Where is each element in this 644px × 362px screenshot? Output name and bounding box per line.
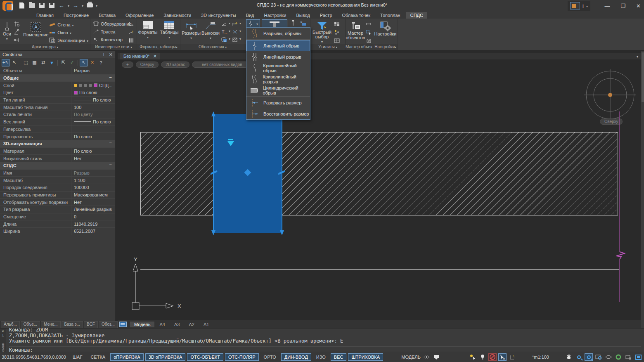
text-sp-dropdown-icon[interactable] xyxy=(229,28,230,35)
bulb-icon[interactable] xyxy=(478,353,487,361)
weld-note-icon[interactable]: ✕ xyxy=(299,19,307,27)
menu-item-curved-cutoff[interactable]: Криволинейный обрыв xyxy=(246,62,310,73)
window-dropdown-icon[interactable] xyxy=(70,30,71,35)
prop-value-objects[interactable]: Разрыв xyxy=(71,67,115,74)
symbols-expand-icon[interactable] xyxy=(225,45,227,49)
prop-value-length[interactable]: 11040.2919 xyxy=(71,220,115,227)
toggle-ortho[interactable]: ОРТО xyxy=(260,353,279,361)
prop-value-scale[interactable]: 1:100 xyxy=(71,177,115,184)
menu-item-linear-cutoff[interactable]: Линейный обрыв xyxy=(246,40,310,51)
profile-icon[interactable] xyxy=(365,37,373,44)
prop-value-order[interactable]: 100000 xyxy=(71,184,115,191)
window-button[interactable]: Окно xyxy=(48,28,89,36)
menu-item-cylindrical-cutoff[interactable]: Цилиндрический обрыв xyxy=(246,85,310,96)
viewport-add-button[interactable]: + xyxy=(122,62,133,68)
pick-object-icon[interactable] xyxy=(365,28,373,36)
section-spds[interactable]: СПДС xyxy=(0,162,115,170)
toggle-3d-osnap[interactable]: 3D оПРИВЯЗКА xyxy=(145,353,186,361)
formats-expand-icon[interactable] xyxy=(176,45,178,49)
settings-button[interactable]: Настройки xyxy=(374,19,397,44)
zoom-window-icon[interactable] xyxy=(585,353,593,361)
layer-lock-icon[interactable] xyxy=(84,84,87,87)
toggle-iso[interactable]: ИЗО xyxy=(313,353,329,361)
section-mark-icon[interactable] xyxy=(231,28,239,35)
group-objects-icon[interactable] xyxy=(333,20,341,28)
toggle-snap[interactable]: ШАГ xyxy=(69,353,85,361)
info-button[interactable]: i xyxy=(582,3,584,9)
prop-value-linetype[interactable]: По слою xyxy=(71,97,115,104)
command-window[interactable]: ✕ ⊥ Коман Команда: ZOOM Z,ZOOM,ПО,ПОКАЗА… xyxy=(0,328,644,352)
orbit-icon[interactable] xyxy=(604,353,613,361)
table-insert-icon[interactable] xyxy=(333,37,341,44)
section-general[interactable]: Общие xyxy=(0,75,115,82)
document-tab[interactable]: Без имени0*✕ xyxy=(120,53,160,59)
axes-button[interactable]: Оси xyxy=(2,19,12,44)
tab-glavnaya[interactable]: Главная xyxy=(32,12,58,19)
toggle-dynamic-input[interactable]: ДИН-ВВОД xyxy=(281,353,311,361)
wall-dropdown-icon[interactable] xyxy=(72,22,74,27)
collapse-icon[interactable] xyxy=(109,75,112,82)
toggle-osnap[interactable]: оПРИВЯЗКА xyxy=(110,353,144,361)
menu-item-restore-dimension[interactable]: Восстановить размер xyxy=(246,108,310,119)
angle-mark-dropdown-icon[interactable] xyxy=(229,20,230,28)
tab-topoplan[interactable]: Топоплан xyxy=(376,12,405,19)
select-cursor-icon[interactable]: ↖ xyxy=(10,59,18,66)
tables-dropdown-icon[interactable] xyxy=(168,35,170,40)
toggle-otrack-polar[interactable]: ОТС-ПОЛЯР xyxy=(225,353,259,361)
toggle-hatch[interactable]: ШТРИХОВКА xyxy=(348,353,383,361)
view-label-icon[interactable]: A xyxy=(220,36,228,43)
filter-icon[interactable]: ▼ xyxy=(48,59,56,66)
tab-spds[interactable]: СПДС xyxy=(406,12,427,19)
pin-icon[interactable]: ⊥ xyxy=(102,52,106,57)
menu-item-linear-break[interactable]: Линейный разрыв xyxy=(246,51,310,62)
prop-value-overlap[interactable]: Маскированием xyxy=(71,192,115,199)
pan-hand-icon[interactable] xyxy=(565,353,573,361)
select-append-icon[interactable]: +↖ xyxy=(2,59,9,66)
magenta-break-line[interactable] xyxy=(615,111,625,302)
layer-freeze-icon[interactable] xyxy=(79,84,82,87)
object-master-button[interactable]: Мастер объектов xyxy=(346,19,365,44)
tab-postroenie[interactable]: Построение xyxy=(59,12,93,19)
tab-vyvod[interactable]: Вывод xyxy=(292,12,314,19)
prop-value-layer[interactable]: СПД... xyxy=(71,82,115,89)
networks-expand-icon[interactable] xyxy=(130,45,132,49)
dimensions-button[interactable]: Размеры xyxy=(181,19,201,44)
vertical-scrollbar[interactable] xyxy=(641,51,644,328)
break-tool-icon[interactable] xyxy=(246,20,255,27)
collapse-icon[interactable] xyxy=(109,162,112,169)
prop-value-transparency[interactable]: По слою xyxy=(71,133,115,140)
view-direction-button[interactable]: Сверху xyxy=(136,62,159,68)
command-close-icon[interactable]: ✕ xyxy=(2,329,4,333)
prop-value-hyperlink[interactable] xyxy=(71,126,115,133)
document-close-icon[interactable]: ✕ xyxy=(153,54,157,59)
tab-oblaka-tochek[interactable]: Облака точек xyxy=(338,12,375,19)
wall-button[interactable]: Стена xyxy=(48,21,89,28)
layer-on-icon[interactable] xyxy=(74,84,77,87)
tab-vstavka[interactable]: Вставка xyxy=(95,12,120,19)
print-icon[interactable] xyxy=(86,2,93,9)
new-file-icon[interactable] xyxy=(18,2,26,9)
prop-value-material[interactable]: По слою xyxy=(71,148,115,155)
valve-icon[interactable] xyxy=(127,20,135,28)
prop-value-lineweight[interactable]: По слою xyxy=(71,118,115,125)
text-sp-icon[interactable]: Tсп xyxy=(220,28,228,35)
dim-style-icon[interactable] xyxy=(365,20,373,28)
zoom-icon[interactable] xyxy=(575,353,583,361)
view-compass[interactable] xyxy=(583,68,637,122)
minimize-button[interactable]: — xyxy=(604,3,610,9)
network-bolt-icon[interactable] xyxy=(127,28,135,36)
invert-select-icon[interactable]: ⇄ xyxy=(39,59,47,66)
select-preview-icon[interactable] xyxy=(498,353,507,361)
settings-expand-icon[interactable] xyxy=(395,45,396,49)
menu-item-breaks-header[interactable]: Разрывы, обрывы xyxy=(246,28,310,39)
fullscreen-icon[interactable] xyxy=(634,353,642,361)
formats-dropdown-icon[interactable] xyxy=(147,35,149,40)
prop-value-visualstyle[interactable]: Нет xyxy=(71,155,115,162)
axis-offset-icon[interactable] xyxy=(12,36,21,44)
window-preview-icon[interactable] xyxy=(570,2,580,9)
view-label-dropdown-icon[interactable] xyxy=(229,36,230,43)
section-3d[interactable]: 3D-визуализация xyxy=(0,140,115,148)
prop-value-color[interactable]: По слою xyxy=(71,89,115,96)
leaders-button[interactable]: Выноски xyxy=(201,19,220,44)
room-button[interactable]: A Помещение xyxy=(23,19,48,44)
